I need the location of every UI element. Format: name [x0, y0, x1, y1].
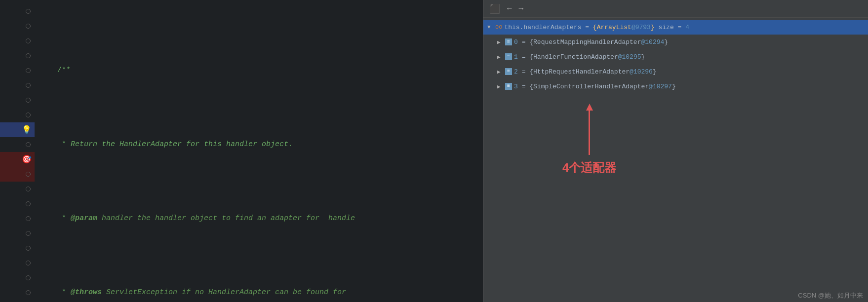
- breakpoint-circle[interactable]: [26, 275, 31, 280]
- breakpoint-circle[interactable]: [26, 261, 31, 265]
- gutter-line-2: [0, 19, 35, 34]
- tree-child-3-label: 3 = {SimpleControllerHandlerAdapter@1029…: [514, 83, 676, 90]
- breakpoint-circle[interactable]: [26, 172, 31, 177]
- list-item-icon: ≡: [505, 83, 512, 90]
- breakpoint-circle[interactable]: [26, 24, 31, 29]
- annotation-container: 4个适配器: [483, 94, 868, 202]
- gutter-line-14: [0, 196, 35, 211]
- tree-child-0-label: 0 = {RequestMappingHandlerAdapter@10294}: [514, 38, 668, 46]
- tree-child-0[interactable]: ▶ ≡ 0 = {RequestMappingHandlerAdapter@10…: [483, 35, 868, 49]
- error-icon: 🎯: [22, 154, 32, 164]
- code-text: ServletException if no HandlerAdapter ca…: [102, 285, 351, 300]
- gutter-line-13: [0, 182, 35, 196]
- code-editor: /** * Return the HandlerAdapter for this…: [35, 0, 483, 302]
- gutter-line-20: [0, 285, 35, 300]
- bulb-icon: 💡: [22, 125, 32, 135]
- back-icon[interactable]: ←: [505, 3, 514, 14]
- tree-toggle-1[interactable]: ▶: [497, 54, 505, 60]
- breakpoint-circle[interactable]: [26, 68, 31, 73]
- debug-tree: ▼ oo this.handlerAdapters = {ArrayList@9…: [483, 18, 868, 302]
- list-item-icon: ≡: [505, 68, 512, 75]
- gutter-line-11: 🎯: [0, 152, 35, 167]
- code-line-4: * @throws ServletException if no Handler…: [35, 285, 483, 300]
- tree-toggle-3[interactable]: ▶: [497, 83, 505, 90]
- arrow-shaft: [589, 111, 590, 155]
- tree-child-1-label: 1 = {HandlerFunctionAdapter@10295}: [514, 53, 645, 61]
- gutter-line-6: [0, 78, 35, 93]
- breakpoint-circle[interactable]: [26, 38, 31, 43]
- code-gutter: 💡 🎯: [0, 0, 35, 302]
- tree-root-row[interactable]: ▼ oo this.handlerAdapters = {ArrayList@9…: [483, 20, 868, 35]
- forward-icon[interactable]: →: [517, 3, 526, 14]
- gutter-line-9: 💡: [0, 122, 35, 137]
- breakpoint-circle[interactable]: [26, 201, 31, 206]
- breakpoint-circle[interactable]: [26, 98, 31, 103]
- code-text: /**: [39, 63, 71, 78]
- code-text: handler the handler object to find an ad…: [97, 211, 355, 226]
- breakpoint-circle[interactable]: [26, 142, 31, 147]
- footer-text: CSDN @她、如月中来: [798, 292, 863, 299]
- debug-toolbar: ⬛ ← →: [483, 0, 868, 18]
- arrow-group: [586, 104, 593, 155]
- code-line-2: * Return the HandlerAdapter for this han…: [35, 137, 483, 152]
- breakpoint-circle[interactable]: [26, 83, 31, 88]
- gutter-line-18: [0, 256, 35, 270]
- list-item-icon: ≡: [505, 38, 512, 45]
- tree-child-2-label: 2 = {HttpRequestHandlerAdapter@10296}: [514, 68, 657, 76]
- gutter-line-16: [0, 226, 35, 241]
- gutter-line-8: [0, 108, 35, 122]
- breakpoint-circle[interactable]: [26, 9, 31, 14]
- breakpoint-circle[interactable]: [26, 246, 31, 251]
- arrow-head: [586, 104, 593, 111]
- gutter-line-17: [0, 241, 35, 256]
- arrow-annotation: 4个适配器: [562, 104, 616, 176]
- code-tag: @throws: [71, 285, 102, 300]
- breakpoint-circle[interactable]: [26, 53, 31, 58]
- code-text: *: [39, 211, 71, 226]
- tree-toggle-0[interactable]: ▶: [497, 39, 505, 45]
- gutter-icons: 💡 🎯: [0, 4, 35, 300]
- tree-toggle-expand[interactable]: ▼: [487, 24, 495, 30]
- tree-toggle-2[interactable]: ▶: [497, 69, 505, 75]
- code-line-3: * @param handler the handler object to f…: [35, 211, 483, 226]
- breakpoint-circle[interactable]: [26, 187, 31, 191]
- tree-child-3[interactable]: ▶ ≡ 3 = {SimpleControllerHandlerAdapter@…: [483, 79, 868, 94]
- code-text: * Return the HandlerAdapter for this han…: [39, 137, 293, 152]
- gutter-line-19: [0, 270, 35, 285]
- settings-icon[interactable]: ⬛: [487, 2, 502, 15]
- tree-child-1[interactable]: ▶ ≡ 1 = {HandlerFunctionAdapter@10295}: [483, 49, 868, 64]
- code-content: /** * Return the HandlerAdapter for this…: [35, 0, 483, 302]
- gutter-line-10: [0, 137, 35, 152]
- footer: CSDN @她、如月中来: [798, 291, 863, 300]
- gutter-line-3: [0, 34, 35, 48]
- code-text: *: [39, 285, 71, 300]
- gutter-line-7: [0, 93, 35, 108]
- code-tag: @param: [71, 211, 97, 226]
- breakpoint-circle[interactable]: [26, 290, 31, 295]
- annotation-label: 4个适配器: [562, 160, 616, 176]
- gutter-line-15: [0, 211, 35, 226]
- breakpoint-circle[interactable]: [26, 113, 31, 117]
- breakpoint-circle[interactable]: [26, 216, 31, 221]
- tree-root-label: this.handlerAdapters = {ArrayList@9793} …: [504, 24, 689, 31]
- code-line-1: /**: [35, 63, 483, 78]
- object-type-icon: oo: [495, 24, 502, 31]
- main-container: 💡 🎯: [0, 0, 868, 302]
- gutter-line-5: [0, 63, 35, 78]
- gutter-line-1: [0, 4, 35, 19]
- gutter-line-4: [0, 48, 35, 63]
- debug-panel: ⬛ ← → ▼ oo this.handlerAdapters = {Array…: [483, 0, 868, 302]
- list-item-icon: ≡: [505, 53, 512, 60]
- breakpoint-circle[interactable]: [26, 231, 31, 236]
- gutter-line-12: [0, 167, 35, 182]
- tree-child-2[interactable]: ▶ ≡ 2 = {HttpRequestHandlerAdapter@10296…: [483, 64, 868, 79]
